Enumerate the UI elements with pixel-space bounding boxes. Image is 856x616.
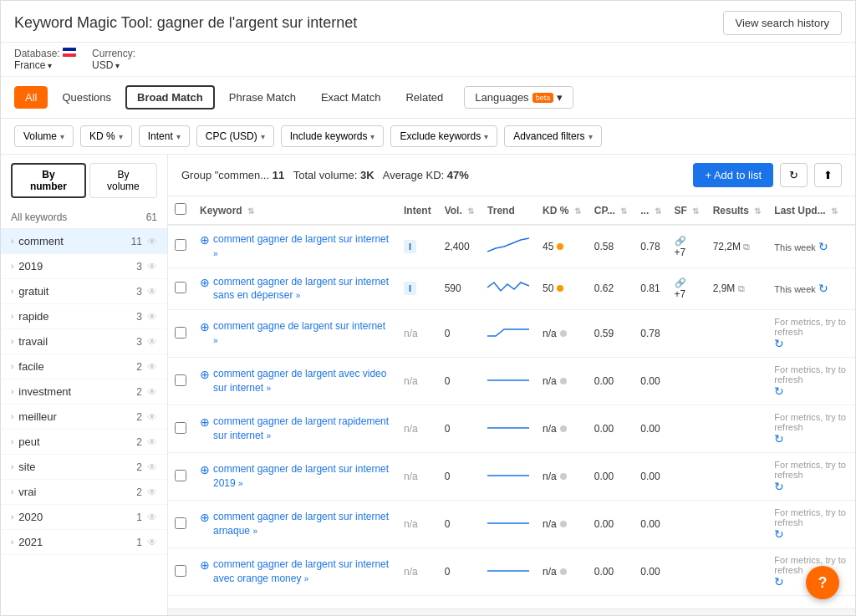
keyword-link[interactable]: ⊕ comment gagner de largent sur internet… bbox=[200, 275, 390, 303]
table-row: ⊕ comment gagne de largent sur internet … bbox=[168, 310, 855, 358]
exclude-keywords-filter[interactable]: Exclude keywords bbox=[390, 125, 497, 147]
col-trend[interactable]: Trend bbox=[481, 196, 536, 225]
tab-exact-match[interactable]: Exact Match bbox=[310, 86, 392, 109]
horizontal-scrollbar[interactable] bbox=[168, 608, 855, 615]
kd-dot bbox=[557, 243, 563, 250]
cp-cell: 0.00 bbox=[588, 453, 634, 501]
tab-all[interactable]: All bbox=[14, 86, 48, 109]
chevron-right-icon: › bbox=[11, 262, 13, 271]
sidebar-item-investment[interactable]: › investment 2 👁 bbox=[1, 379, 167, 405]
trend-chart bbox=[487, 561, 529, 581]
select-all-checkbox[interactable] bbox=[175, 203, 186, 215]
tab-phrase-match[interactable]: Phrase Match bbox=[218, 86, 307, 109]
sidebar-item-travail[interactable]: › travail 3 👁 bbox=[1, 329, 167, 354]
col-intent[interactable]: Intent bbox=[397, 196, 438, 225]
volume-cell: 0 bbox=[438, 501, 481, 548]
intent-na: n/a bbox=[404, 423, 418, 435]
refresh-row-button[interactable]: ↻ bbox=[774, 432, 784, 445]
sidebar-item-rapide[interactable]: › rapide 3 👁 bbox=[1, 304, 167, 329]
export-button[interactable]: ⬆ bbox=[814, 163, 842, 187]
sidebar-item-2020[interactable]: › 2020 1 👁 bbox=[1, 505, 167, 530]
dots-cell: 0.78 bbox=[634, 225, 667, 267]
sidebar-item-peut[interactable]: › peut 2 👁 bbox=[1, 430, 167, 455]
advanced-filters[interactable]: Advanced filters bbox=[504, 125, 601, 147]
table-row: ⊕ comment gagner de largent rapidement s… bbox=[168, 405, 855, 453]
plus-icon: ⊕ bbox=[200, 511, 210, 524]
eye-icon: 👁 bbox=[147, 236, 157, 247]
chevron-right-icon: › bbox=[11, 337, 13, 346]
refresh-status: For metrics, try to refresh bbox=[774, 317, 848, 337]
row-checkbox[interactable] bbox=[175, 374, 186, 386]
sidebar-item-site[interactable]: › site 2 👁 bbox=[1, 455, 167, 480]
toggle-by-volume[interactable]: By volume bbox=[89, 163, 157, 198]
languages-button[interactable]: Languages beta ▾ bbox=[464, 86, 573, 109]
sidebar-item-gratuit[interactable]: › gratuit 3 👁 bbox=[1, 279, 167, 304]
help-button[interactable]: ? bbox=[806, 566, 839, 599]
toggle-by-number[interactable]: By number bbox=[11, 163, 86, 198]
refresh-row-button[interactable]: ↻ bbox=[818, 282, 828, 295]
refresh-row-button[interactable]: ↻ bbox=[774, 480, 784, 493]
volume-filter[interactable]: Volume bbox=[14, 125, 74, 147]
refresh-row-button[interactable]: ↻ bbox=[774, 527, 784, 541]
keyword-link[interactable]: ⊕ comment gagner de largent sur internet… bbox=[200, 510, 390, 538]
currency-dropdown[interactable]: USD bbox=[92, 59, 135, 71]
refresh-row-button[interactable]: ↻ bbox=[818, 240, 828, 253]
row-checkbox[interactable] bbox=[175, 517, 186, 529]
col-sf[interactable]: SF ⇅ bbox=[668, 196, 706, 225]
keyword-link[interactable]: ⊕ comment gagner de largent sur internet… bbox=[200, 462, 390, 491]
refresh-status: For metrics, try to refresh bbox=[774, 507, 848, 527]
chevron-right-icon: › bbox=[11, 512, 13, 522]
sf-cell bbox=[668, 310, 706, 358]
row-checkbox[interactable] bbox=[175, 470, 186, 481]
col-results[interactable]: Results ⇅ bbox=[706, 196, 768, 225]
refresh-row-button[interactable]: ↻ bbox=[774, 337, 784, 350]
trend-chart bbox=[487, 466, 529, 486]
view-history-button[interactable]: View search history bbox=[723, 11, 842, 35]
tab-questions[interactable]: Questions bbox=[51, 86, 122, 109]
plus-icon: ⊕ bbox=[200, 276, 210, 289]
sidebar-item-comment[interactable]: › comment 11 👁 bbox=[1, 229, 167, 254]
refresh-button[interactable]: ↻ bbox=[780, 163, 808, 187]
row-checkbox[interactable] bbox=[175, 327, 186, 339]
keyword-link[interactable]: ⊕ comment gagne de largent sur internet … bbox=[200, 319, 390, 348]
refresh-row-button[interactable]: ↻ bbox=[774, 575, 784, 588]
col-keyword[interactable]: Keyword ⇅ bbox=[193, 196, 397, 225]
col-cp[interactable]: CP... ⇅ bbox=[588, 196, 634, 225]
kd-filter[interactable]: KD % bbox=[80, 125, 132, 147]
intent-na: n/a bbox=[404, 518, 418, 530]
col-volume[interactable]: Vol. ⇅ bbox=[438, 196, 481, 225]
keyword-link[interactable]: ⊕ comment gagner de largent rapidement s… bbox=[200, 415, 390, 443]
kd-dot bbox=[560, 425, 567, 432]
keyword-link[interactable]: ⊕ comment gagner de largent avec video s… bbox=[200, 367, 390, 395]
sidebar-item-meilleur[interactable]: › meilleur 2 👁 bbox=[1, 405, 167, 430]
cpc-filter[interactable]: CPC (USD) bbox=[196, 125, 274, 147]
col-kd[interactable]: KD % ⇅ bbox=[536, 196, 588, 225]
intent-filter[interactable]: Intent bbox=[139, 125, 190, 147]
country-dropdown[interactable]: France bbox=[14, 59, 79, 71]
cp-cell: 0.00 bbox=[588, 548, 634, 596]
sidebar-item-2019[interactable]: › 2019 3 👁 bbox=[1, 254, 167, 279]
tab-related[interactable]: Related bbox=[395, 86, 454, 109]
sidebar-item-2021[interactable]: › 2021 1 👁 bbox=[1, 530, 167, 555]
beta-badge: beta bbox=[532, 93, 554, 103]
row-checkbox[interactable] bbox=[175, 239, 186, 251]
trend-cell bbox=[481, 267, 536, 310]
tab-broad-match[interactable]: Broad Match bbox=[125, 85, 215, 109]
all-keywords-label: All keywords bbox=[11, 211, 67, 223]
plus-icon: ⊕ bbox=[200, 368, 210, 381]
keyword-link[interactable]: ⊕ comment gagner de largent sur internet… bbox=[200, 232, 390, 261]
kd-dot bbox=[560, 521, 567, 527]
col-last-update[interactable]: Last Upd... ⇅ bbox=[767, 196, 855, 225]
row-checkbox[interactable] bbox=[175, 282, 186, 293]
eye-icon: 👁 bbox=[147, 336, 157, 348]
refresh-row-button[interactable]: ↻ bbox=[774, 384, 784, 398]
col-dots[interactable]: ... ⇅ bbox=[634, 196, 667, 225]
dots-cell: 0.00 bbox=[634, 358, 667, 405]
row-checkbox[interactable] bbox=[175, 565, 186, 577]
keyword-link[interactable]: ⊕ comment gagner de largent sur internet… bbox=[200, 557, 390, 586]
row-checkbox[interactable] bbox=[175, 422, 186, 434]
add-to-list-button[interactable]: + Add to list bbox=[693, 163, 773, 187]
include-keywords-filter[interactable]: Include keywords bbox=[281, 125, 385, 147]
sidebar-item-vrai[interactable]: › vrai 2 👁 bbox=[1, 480, 167, 505]
sidebar-item-facile[interactable]: › facile 2 👁 bbox=[1, 354, 167, 379]
